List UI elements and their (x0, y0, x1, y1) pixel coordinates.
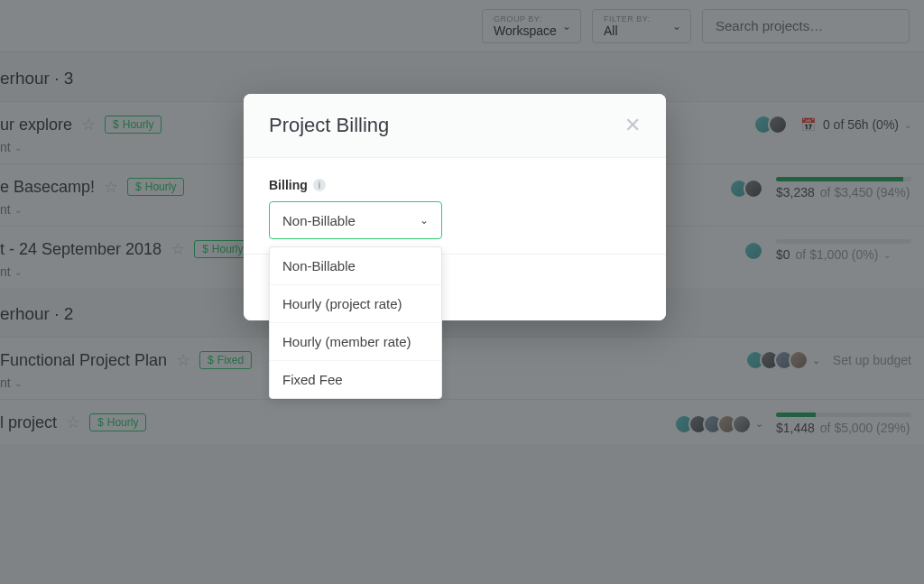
billing-option[interactable]: Hourly (project rate) (270, 285, 441, 323)
billing-dropdown[interactable]: Non-Billable ⌄ (269, 201, 442, 239)
billing-field-label: Billing i (269, 178, 641, 192)
chevron-down-icon: ⌄ (420, 214, 429, 227)
billing-option[interactable]: Non-Billable (270, 247, 441, 285)
modal-title: Project Billing (269, 114, 389, 137)
billing-option[interactable]: Hourly (member rate) (270, 323, 441, 361)
billing-option[interactable]: Fixed Fee (270, 361, 441, 398)
billing-selected: Non-Billable (282, 213, 356, 228)
modal-body: Billing i Non-Billable ⌄ Non-Billable Ho… (244, 158, 666, 320)
info-icon[interactable]: i (313, 179, 326, 191)
billing-dropdown-list: Non-Billable Hourly (project rate) Hourl… (269, 246, 442, 399)
modal-header: Project Billing ✕ (244, 94, 666, 158)
project-billing-modal: Project Billing ✕ Billing i Non-Billable… (244, 94, 666, 320)
close-icon[interactable]: ✕ (624, 114, 641, 137)
